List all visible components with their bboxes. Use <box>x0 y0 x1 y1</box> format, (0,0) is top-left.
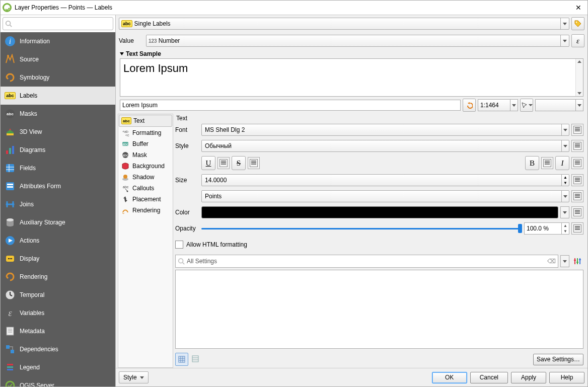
svg-rect-60 <box>579 259 581 260</box>
tab-icon: abc <box>121 184 129 192</box>
tab-mask[interactable]: abcMask <box>118 149 173 161</box>
value-field-combo[interactable]: 123 Number <box>146 35 569 47</box>
size-unit-override-button[interactable] <box>571 190 583 202</box>
settings-search-input[interactable]: All Settings ⌫ <box>175 255 558 268</box>
label-engine-settings-button[interactable] <box>571 17 584 30</box>
sidebar-item-label: Auxiliary Storage <box>20 219 65 226</box>
label-mode-row: abc Single Labels <box>116 15 587 32</box>
size-input[interactable]: 14.0000 ▲▼ <box>201 174 569 186</box>
expression-button[interactable]: ε <box>571 34 584 47</box>
background-preview-combo[interactable] <box>535 99 583 111</box>
underline-button[interactable]: U <box>201 156 215 170</box>
sidebar-icon <box>5 126 16 137</box>
tab-buffer[interactable]: abcBuffer <box>118 138 173 149</box>
search-icon <box>178 258 185 265</box>
label-mode-combo[interactable]: abc Single Labels <box>119 18 569 30</box>
sidebar-item-source[interactable]: Source <box>1 50 115 68</box>
color-dropdown-button[interactable] <box>560 206 569 218</box>
grid-view-button[interactable] <box>175 353 188 366</box>
tab-callouts[interactable]: abcCallouts <box>118 183 173 194</box>
sidebar-item-actions[interactable]: Actions <box>1 231 115 250</box>
tab-rendering[interactable]: Rendering <box>118 205 173 216</box>
font-combo[interactable]: MS Shell Dlg 2 <box>201 124 569 136</box>
italic-button[interactable]: I <box>555 156 569 170</box>
ok-button[interactable]: OK <box>432 372 467 383</box>
map-preview-button[interactable] <box>520 99 533 112</box>
strikeout-button[interactable]: S <box>232 156 246 170</box>
settings-options-button[interactable] <box>571 255 583 267</box>
sample-scrollbar[interactable] <box>575 59 583 96</box>
sidebar-item-symbology[interactable]: Symbology <box>1 68 115 87</box>
sidebar-item-masks[interactable]: abcMasks <box>1 105 115 123</box>
help-button[interactable]: Help <box>549 372 584 383</box>
size-override-button[interactable] <box>571 174 583 186</box>
sidebar-item-diagrams[interactable]: Diagrams <box>1 141 115 159</box>
cancel-button[interactable]: Cancel <box>470 372 508 383</box>
style-combo[interactable]: Обычный <box>201 140 569 152</box>
sidebar-item-label: Labels <box>20 92 37 99</box>
sidebar-icon <box>5 271 16 282</box>
sidebar-item-metadata[interactable]: Metadata <box>1 322 115 340</box>
sidebar-item-fields[interactable]: Fields <box>1 159 115 177</box>
sidebar-item-labels[interactable]: abcLabels <box>1 87 115 105</box>
sample-text-input[interactable]: Lorem Ipsum <box>120 100 461 111</box>
size-unit-combo[interactable]: Points <box>201 190 569 202</box>
close-icon[interactable]: ✕ <box>571 3 585 13</box>
tab-formatting[interactable]: +ab<cFormatting <box>118 127 173 138</box>
opacity-slider[interactable] <box>201 223 522 234</box>
svg-text:abc: abc <box>7 112 14 116</box>
svg-point-53 <box>179 259 183 263</box>
underline-override-button[interactable] <box>217 157 230 169</box>
opacity-input[interactable]: 100.0 %▲▼ <box>524 222 569 235</box>
sidebar-item-information[interactable]: iInformation <box>1 32 115 50</box>
sidebar-item-qgis-server[interactable]: QGIS Server <box>1 376 115 386</box>
font-override-button[interactable] <box>571 124 583 136</box>
style-button[interactable]: Style <box>119 371 149 383</box>
reset-sample-button[interactable] <box>463 99 476 112</box>
sidebar-item-display[interactable]: Display <box>1 250 115 268</box>
color-override-button[interactable] <box>571 206 583 218</box>
collapse-icon <box>120 52 124 55</box>
sidebar-item-variables[interactable]: εVariables <box>1 304 115 322</box>
apply-button[interactable]: Apply <box>511 372 546 383</box>
tab-text[interactable]: abcText <box>119 115 172 127</box>
sidebar-item-attributes-form[interactable]: Attributes Form <box>1 177 115 195</box>
list-view-button[interactable] <box>189 353 201 365</box>
scale-combo[interactable]: 1:1464 <box>478 99 518 111</box>
tab-background[interactable]: Background <box>118 161 173 172</box>
data-defined-icon <box>543 159 551 167</box>
sidebar-item-auxiliary-storage[interactable]: Auxiliary Storage <box>1 213 115 231</box>
text-sample-header[interactable]: Text Sample <box>116 49 587 58</box>
settings-filter-button[interactable] <box>560 255 569 267</box>
tab-shadow[interactable]: Shadow <box>118 172 173 183</box>
sidebar-search-input[interactable] <box>3 17 113 30</box>
style-override-button[interactable] <box>571 140 583 152</box>
strikeout-override-button[interactable] <box>248 157 260 169</box>
tab-label: Background <box>132 163 165 170</box>
search-icon <box>5 20 12 27</box>
tab-icon <box>121 195 129 203</box>
tab-placement[interactable]: Placement <box>118 194 173 205</box>
settings-list <box>175 270 583 349</box>
clear-icon[interactable]: ⌫ <box>547 258 556 265</box>
sidebar-item-dependencies[interactable]: Dependencies <box>1 340 115 358</box>
svg-rect-59 <box>576 262 578 263</box>
svg-point-51 <box>127 191 128 192</box>
opacity-label: Opacity <box>175 225 199 232</box>
bold-override-button[interactable] <box>541 157 553 169</box>
color-label: Color <box>175 209 199 216</box>
sidebar-item-joins[interactable]: Joins <box>1 195 115 213</box>
sidebar-item-rendering[interactable]: Rendering <box>1 268 115 286</box>
italic-override-button[interactable] <box>571 157 583 169</box>
sidebar-item-3d-view[interactable]: 3D View <box>1 123 115 141</box>
sidebar-item-legend[interactable]: Legend <box>1 358 115 376</box>
color-picker[interactable] <box>201 206 558 218</box>
data-defined-icon <box>250 159 258 167</box>
data-defined-icon <box>573 224 581 233</box>
sidebar-icon <box>5 235 16 246</box>
bold-button[interactable]: B <box>525 156 539 170</box>
sidebar-item-temporal[interactable]: Temporal <box>1 286 115 304</box>
save-settings-button[interactable]: Save Settings… <box>533 354 583 365</box>
allow-html-checkbox[interactable] <box>175 241 183 249</box>
opacity-override-button[interactable] <box>571 222 583 235</box>
